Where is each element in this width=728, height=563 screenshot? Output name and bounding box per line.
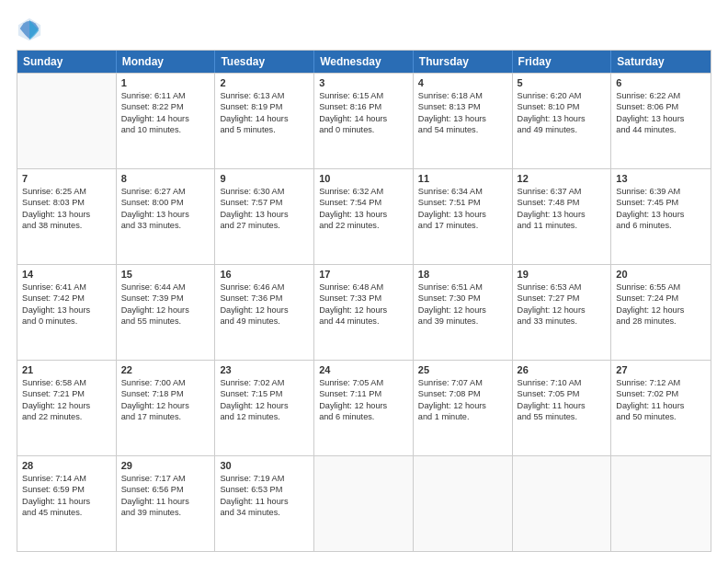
cell-line-2: Daylight: 12 hours <box>121 304 210 316</box>
cell-line-3: and 10 minutes. <box>121 124 210 135</box>
cell-line-1: Sunset: 7:21 PM <box>22 388 111 399</box>
cell-line-1: Sunset: 7:36 PM <box>220 293 309 304</box>
cell-line-2: Daylight: 11 hours <box>121 496 210 507</box>
day-cell-20: 20Sunrise: 6:55 AMSunset: 7:24 PMDayligh… <box>611 265 711 360</box>
cell-line-2: Daylight: 13 hours <box>319 209 408 220</box>
day-number: 5 <box>518 77 607 88</box>
day-cell-9: 9Sunrise: 6:30 AMSunset: 7:57 PMDaylight… <box>215 169 314 264</box>
day-cell-22: 22Sunrise: 7:00 AMSunset: 7:18 PMDayligh… <box>117 361 216 455</box>
day-cell-14: 14Sunrise: 6:41 AMSunset: 7:42 PMDayligh… <box>17 265 117 360</box>
day-cell-11: 11Sunrise: 6:34 AMSunset: 7:51 PMDayligh… <box>414 169 513 264</box>
calendar-row-4: 21Sunrise: 6:58 AMSunset: 7:21 PMDayligh… <box>17 360 711 455</box>
cell-line-2: Daylight: 14 hours <box>121 113 210 124</box>
day-cell-13: 13Sunrise: 6:39 AMSunset: 7:45 PMDayligh… <box>611 169 711 264</box>
day-cell-7: 7Sunrise: 6:25 AMSunset: 8:03 PMDaylight… <box>17 169 117 264</box>
cell-line-0: Sunrise: 6:46 AM <box>220 282 309 293</box>
day-number: 11 <box>418 173 507 184</box>
day-number: 7 <box>22 173 111 184</box>
cell-line-3: and 1 minute. <box>418 411 507 422</box>
cell-line-0: Sunrise: 7:14 AM <box>22 473 111 484</box>
day-cell-23: 23Sunrise: 7:02 AMSunset: 7:15 PMDayligh… <box>215 361 314 455</box>
cell-line-2: Daylight: 13 hours <box>418 209 507 220</box>
cell-line-1: Sunset: 7:33 PM <box>319 293 408 304</box>
cell-line-0: Sunrise: 6:58 AM <box>22 377 111 388</box>
cell-line-1: Sunset: 6:59 PM <box>22 484 111 495</box>
cell-line-0: Sunrise: 6:51 AM <box>418 282 507 293</box>
day-number: 30 <box>220 460 309 471</box>
day-number: 6 <box>616 77 706 88</box>
day-number: 14 <box>22 269 111 280</box>
cell-line-1: Sunset: 8:06 PM <box>616 101 706 112</box>
day-cell-15: 15Sunrise: 6:44 AMSunset: 7:39 PMDayligh… <box>117 265 216 360</box>
cell-line-1: Sunset: 6:56 PM <box>121 484 210 495</box>
day-number: 10 <box>319 173 408 184</box>
day-cell-1: 1Sunrise: 6:11 AMSunset: 8:22 PMDaylight… <box>117 74 216 168</box>
cell-line-0: Sunrise: 7:02 AM <box>220 377 309 388</box>
day-number: 23 <box>220 364 309 375</box>
cell-line-0: Sunrise: 6:18 AM <box>418 90 507 101</box>
cell-line-2: Daylight: 14 hours <box>319 113 408 124</box>
cell-line-1: Sunset: 7:42 PM <box>22 293 111 304</box>
cell-line-3: and 44 minutes. <box>319 316 408 327</box>
cell-line-1: Sunset: 7:05 PM <box>518 388 607 399</box>
cell-line-0: Sunrise: 6:34 AM <box>418 186 507 197</box>
header-cell-wednesday: Wednesday <box>314 51 414 73</box>
cell-line-3: and 44 minutes. <box>616 124 706 135</box>
cell-line-1: Sunset: 8:16 PM <box>319 101 408 112</box>
cell-line-1: Sunset: 8:22 PM <box>121 101 210 112</box>
cell-line-2: Daylight: 13 hours <box>616 209 706 220</box>
empty-cell <box>414 456 513 551</box>
cell-line-1: Sunset: 7:02 PM <box>616 388 706 399</box>
cell-line-0: Sunrise: 6:15 AM <box>319 90 408 101</box>
cell-line-2: Daylight: 13 hours <box>22 209 111 220</box>
cell-line-2: Daylight: 12 hours <box>616 304 706 316</box>
day-cell-6: 6Sunrise: 6:22 AMSunset: 8:06 PMDaylight… <box>611 74 711 168</box>
cell-line-0: Sunrise: 6:53 AM <box>518 282 607 293</box>
cell-line-1: Sunset: 7:27 PM <box>518 293 607 304</box>
logo <box>17 17 46 42</box>
cell-line-0: Sunrise: 6:48 AM <box>319 282 408 293</box>
cell-line-3: and 34 minutes. <box>220 507 309 518</box>
empty-cell <box>611 456 711 551</box>
day-number: 9 <box>220 173 309 184</box>
cell-line-2: Daylight: 13 hours <box>418 113 507 124</box>
day-cell-3: 3Sunrise: 6:15 AMSunset: 8:16 PMDaylight… <box>314 74 414 168</box>
cell-line-0: Sunrise: 6:55 AM <box>616 282 706 293</box>
cell-line-1: Sunset: 7:45 PM <box>616 197 706 208</box>
day-cell-2: 2Sunrise: 6:13 AMSunset: 8:19 PMDaylight… <box>215 74 314 168</box>
empty-cell <box>17 74 117 168</box>
day-cell-28: 28Sunrise: 7:14 AMSunset: 6:59 PMDayligh… <box>17 456 117 551</box>
header-cell-friday: Friday <box>513 51 612 73</box>
cell-line-0: Sunrise: 6:39 AM <box>616 186 706 197</box>
cell-line-1: Sunset: 7:39 PM <box>121 293 210 304</box>
day-number: 1 <box>121 77 210 88</box>
cell-line-3: and 0 minutes. <box>22 316 111 327</box>
calendar-header: SundayMondayTuesdayWednesdayThursdayFrid… <box>17 51 711 73</box>
day-cell-26: 26Sunrise: 7:10 AMSunset: 7:05 PMDayligh… <box>513 361 612 455</box>
cell-line-2: Daylight: 11 hours <box>616 400 706 411</box>
cell-line-3: and 38 minutes. <box>22 220 111 231</box>
cell-line-1: Sunset: 8:19 PM <box>220 101 309 112</box>
cell-line-3: and 17 minutes. <box>121 411 210 422</box>
cell-line-0: Sunrise: 7:07 AM <box>418 377 507 388</box>
day-cell-29: 29Sunrise: 7:17 AMSunset: 6:56 PMDayligh… <box>117 456 216 551</box>
cell-line-3: and 55 minutes. <box>518 411 607 422</box>
cell-line-3: and 49 minutes. <box>518 124 607 135</box>
day-number: 2 <box>220 77 309 88</box>
cell-line-2: Daylight: 12 hours <box>319 304 408 316</box>
cell-line-2: Daylight: 12 hours <box>121 400 210 411</box>
cell-line-3: and 39 minutes. <box>418 316 507 327</box>
cell-line-0: Sunrise: 6:44 AM <box>121 282 210 293</box>
calendar-row-3: 14Sunrise: 6:41 AMSunset: 7:42 PMDayligh… <box>17 264 711 360</box>
cell-line-1: Sunset: 7:51 PM <box>418 197 507 208</box>
cell-line-0: Sunrise: 6:13 AM <box>220 90 309 101</box>
cell-line-3: and 12 minutes. <box>220 411 309 422</box>
cell-line-3: and 49 minutes. <box>220 316 309 327</box>
empty-cell <box>513 456 612 551</box>
day-number: 12 <box>518 173 607 184</box>
cell-line-3: and 39 minutes. <box>121 507 210 518</box>
cell-line-2: Daylight: 13 hours <box>616 113 706 124</box>
cell-line-2: Daylight: 12 hours <box>220 400 309 411</box>
day-number: 29 <box>121 460 210 471</box>
cell-line-3: and 6 minutes. <box>616 220 706 231</box>
